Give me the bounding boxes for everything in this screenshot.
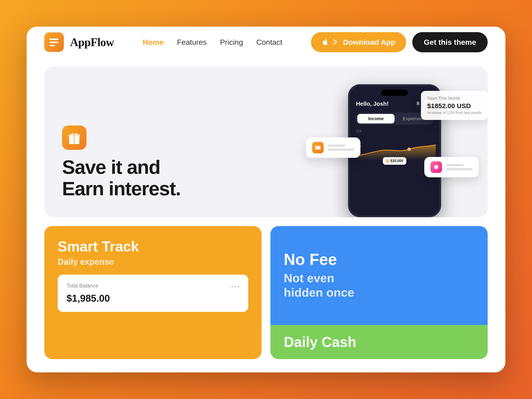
- hero-title: Save it and Earn interest.: [62, 157, 180, 200]
- balance-dots[interactable]: [231, 286, 239, 287]
- chart-bubble: $20,000: [383, 157, 406, 165]
- balance-label: Total Balance: [66, 283, 98, 289]
- svg-point-10: [408, 148, 411, 151]
- daily-cash-card: Daily Cash: [270, 325, 488, 359]
- smart-track-card: Smart Track Daily expense Total Balance …: [44, 226, 262, 359]
- logo-svg: [48, 36, 60, 48]
- dot-2: [234, 286, 236, 287]
- bubble-amount: $20,000: [390, 159, 403, 163]
- nav-pricing[interactable]: Pricing: [220, 38, 243, 47]
- no-fee-title: No Fee: [284, 251, 474, 267]
- phone-greeting: Hello, Josh!: [356, 101, 389, 107]
- svg-rect-1: [50, 42, 58, 43]
- save-card-subtitle: Increase of 12% from last month: [427, 111, 481, 115]
- logo-text: AppFlow: [70, 36, 114, 49]
- navbar-center: Home Features Pricing Contact: [143, 38, 282, 47]
- svg-point-11: [434, 165, 438, 169]
- smart-track-subtitle: Daily expense: [58, 257, 248, 267]
- download-app-button[interactable]: Download App: [311, 32, 406, 52]
- right-column: No Fee Not evenhidden once Daily Cash: [270, 226, 488, 359]
- balance-header: Total Balance: [66, 283, 239, 291]
- svg-point-3: [49, 38, 51, 40]
- fc-icon-right: [431, 161, 442, 173]
- navbar-left: AppFlow: [44, 32, 114, 52]
- svg-point-9: [418, 106, 418, 106]
- hero-right: Save This Month $1852.00 USD Increase of…: [319, 84, 470, 217]
- save-card: Save This Month $1852.00 USD Increase of…: [421, 91, 488, 120]
- feature-cards: Smart Track Daily expense Total Balance …: [44, 226, 488, 359]
- navbar-right: Download App Get this theme: [311, 32, 488, 52]
- playstore-icon: [332, 38, 339, 46]
- phone-notch: [381, 89, 408, 96]
- chart-label-50k: 50k: [356, 129, 362, 133]
- logo-icon: [44, 32, 64, 52]
- save-card-title: Save This Month: [427, 96, 481, 101]
- hero-app-icon: [62, 126, 86, 150]
- hero-title-line2: Earn interest.: [62, 177, 180, 200]
- balance-amount: $1,985.00: [66, 293, 239, 304]
- dot-1: [231, 286, 233, 287]
- fc-line-right-long: [446, 168, 473, 170]
- hero-section: Save it and Earn interest. Save This Mon…: [44, 66, 488, 217]
- save-card-amount: $1852.00 USD: [427, 102, 481, 110]
- card-icon: [315, 145, 321, 151]
- fc-line-long: [328, 149, 354, 151]
- chart-dot: [386, 159, 389, 163]
- download-app-label: Download App: [343, 38, 395, 47]
- navbar: AppFlow Home Features Pricing Contact Do…: [27, 27, 505, 58]
- piggy-icon: [433, 164, 439, 170]
- svg-rect-2: [50, 45, 55, 46]
- fc-icon-left: [312, 142, 324, 153]
- balance-card: Total Balance $1,985.00: [58, 275, 248, 312]
- svg-rect-8: [315, 147, 321, 148]
- dot-3: [238, 286, 239, 287]
- floating-card-left: [306, 137, 361, 158]
- daily-cash-title: Daily Cash: [284, 334, 474, 350]
- no-fee-card: No Fee Not evenhidden once: [270, 226, 488, 325]
- bell-icon: [415, 101, 421, 107]
- svg-rect-6: [74, 134, 75, 145]
- hero-left: Save it and Earn interest.: [62, 126, 180, 217]
- floating-card-right: [424, 157, 479, 177]
- tab-income[interactable]: Income: [357, 114, 395, 123]
- hero-title-line1: Save it and: [62, 156, 160, 178]
- nav-contact[interactable]: Contact: [256, 38, 282, 47]
- no-fee-subtitle: Not evenhidden once: [284, 271, 474, 300]
- fc-line-short: [328, 145, 345, 147]
- fc-line-right-short: [446, 164, 464, 166]
- main-content: Save it and Earn interest. Save This Mon…: [27, 58, 505, 372]
- get-theme-button[interactable]: Get this theme: [412, 32, 488, 52]
- fc-lines: [328, 145, 354, 151]
- smart-track-title: Smart Track: [58, 239, 248, 253]
- apple-icon: [322, 38, 329, 46]
- hero-gift-icon: [67, 130, 82, 145]
- nav-home[interactable]: Home: [143, 38, 164, 47]
- browser-window: AppFlow Home Features Pricing Contact Do…: [27, 27, 505, 372]
- fc-lines-right: [446, 164, 473, 170]
- nav-features[interactable]: Features: [177, 38, 207, 47]
